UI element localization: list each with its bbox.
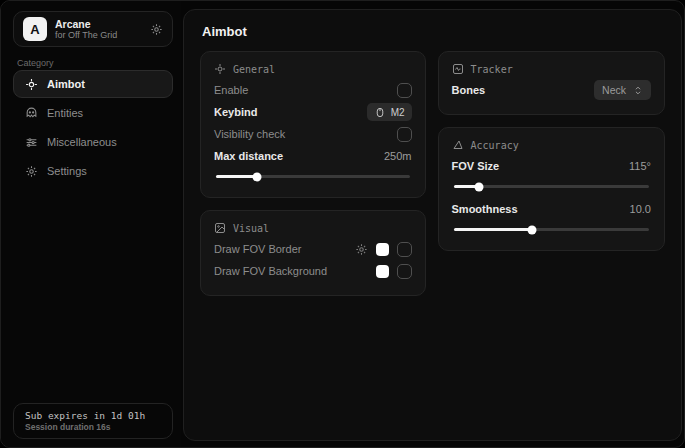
fov-size-label: FOV Size (452, 160, 500, 172)
keybind-label: Keybind (214, 106, 257, 118)
category-label: Category (17, 58, 54, 68)
accuracy-card: Accuracy FOV Size 115° Smoothness 10.0 (438, 127, 665, 251)
crosshair-icon (214, 63, 226, 75)
sidebar: A Arcane for Off The Grid Category Aimbo… (1, 1, 181, 447)
sub-expires-text: Sub expires in 1d 01h (25, 410, 161, 421)
fov-background-color-swatch[interactable] (376, 265, 389, 278)
visibility-check-row: Visibility check (214, 123, 412, 145)
gear-icon[interactable] (150, 23, 163, 36)
bones-label: Bones (452, 84, 486, 96)
main-panel: Aimbot General Enable (183, 9, 682, 441)
enable-label: Enable (214, 84, 248, 96)
card-title: Tracker (471, 64, 513, 75)
draw-fov-background-label: Draw FOV Background (214, 265, 327, 277)
slider-knob[interactable] (527, 225, 536, 234)
sidebar-item-label: Aimbot (47, 78, 85, 90)
crosshair-icon (25, 78, 38, 91)
max-distance-row: Max distance 250m (214, 145, 412, 167)
max-distance-slider[interactable] (216, 175, 410, 178)
bones-select[interactable]: Neck (594, 80, 651, 100)
keybind-button[interactable]: M2 (367, 103, 412, 121)
enable-checkbox[interactable] (397, 83, 412, 98)
fov-size-slider[interactable] (454, 185, 649, 188)
keybind-row: Keybind M2 (214, 101, 412, 123)
app-window: A Arcane for Off The Grid Category Aimbo… (0, 0, 685, 448)
draw-fov-border-row: Draw FOV Border (214, 238, 412, 260)
sidebar-item-label: Miscellaneous (47, 136, 117, 148)
chevrons-up-down-icon (633, 85, 643, 96)
smoothness-row: Smoothness 10.0 (452, 198, 651, 220)
app-logo: A (23, 17, 47, 41)
sidebar-item-settings[interactable]: Settings (13, 157, 173, 185)
page-title: Aimbot (202, 24, 665, 39)
sidebar-item-entities[interactable]: Entities (13, 99, 173, 127)
slider-knob[interactable] (252, 172, 261, 181)
session-duration-text: Session duration 16s (25, 422, 161, 432)
smoothness-label: Smoothness (452, 203, 518, 215)
visual-card: Visual Draw FOV Border Draw (200, 210, 426, 296)
visibility-check-label: Visibility check (214, 128, 285, 140)
app-logo-letter: A (30, 22, 39, 37)
slider-fill (216, 175, 257, 178)
app-name: Arcane (55, 18, 142, 30)
app-header-card: A Arcane for Off The Grid (13, 11, 173, 47)
bones-row: Bones Neck (452, 79, 651, 101)
slider-fill (454, 228, 532, 231)
card-title: Accuracy (471, 140, 519, 151)
enable-row: Enable (214, 79, 412, 101)
fov-border-color-swatch[interactable] (376, 243, 389, 256)
max-distance-value: 250m (384, 150, 412, 162)
smoothness-slider[interactable] (454, 228, 649, 231)
visibility-check-checkbox[interactable] (397, 127, 412, 142)
general-card: General Enable Keybind M2 (200, 51, 426, 198)
draw-fov-background-checkbox[interactable] (397, 264, 412, 279)
sidebar-item-label: Entities (47, 107, 83, 119)
draw-fov-border-checkbox[interactable] (397, 242, 412, 257)
gear-icon[interactable] (355, 243, 368, 256)
smoothness-value: 10.0 (630, 203, 651, 215)
draw-fov-background-row: Draw FOV Background (214, 260, 412, 282)
sidebar-item-aimbot[interactable]: Aimbot (13, 70, 173, 98)
card-title: Visual (233, 223, 269, 234)
angle-icon (452, 139, 464, 151)
sidebar-item-miscellaneous[interactable]: Miscellaneous (13, 128, 173, 156)
entities-icon (25, 107, 38, 120)
card-title: General (233, 64, 275, 75)
slider-knob[interactable] (474, 182, 483, 191)
sliders-icon (25, 136, 38, 149)
tracker-card: Tracker Bones Neck (438, 51, 665, 115)
fov-size-value: 115° (629, 160, 651, 172)
bones-selected-value: Neck (602, 84, 626, 96)
gear-icon (25, 165, 38, 178)
image-icon (214, 222, 226, 234)
keybind-value: M2 (391, 107, 405, 118)
sidebar-item-label: Settings (47, 165, 87, 177)
tracker-icon (452, 63, 464, 75)
fov-size-row: FOV Size 115° (452, 155, 651, 177)
subscription-info: Sub expires in 1d 01h Session duration 1… (13, 403, 173, 439)
sidebar-nav: Aimbot Entities Miscellaneous Settings (13, 70, 173, 185)
mouse-icon (374, 107, 386, 118)
max-distance-label: Max distance (214, 150, 283, 162)
app-subtitle: for Off The Grid (55, 30, 142, 40)
draw-fov-border-label: Draw FOV Border (214, 243, 301, 255)
